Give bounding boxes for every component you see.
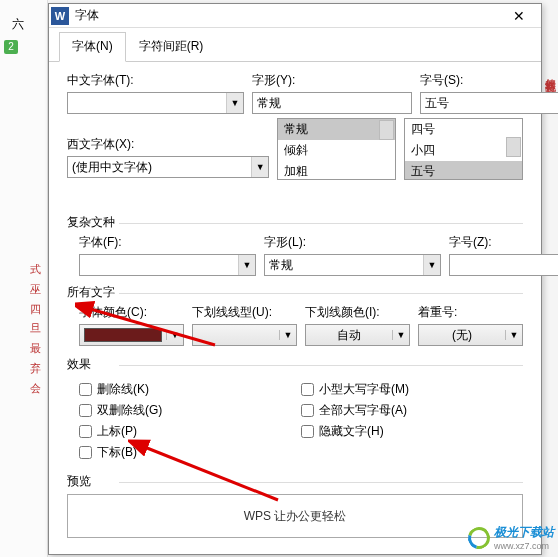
logo-ring-icon xyxy=(464,522,494,552)
superscript-label: 上标(P) xyxy=(97,423,137,440)
double-strike-checkbox[interactable]: 双删除线(G) xyxy=(79,402,301,419)
smallcaps-label: 小型大写字母(M) xyxy=(319,381,409,398)
emphasis-value: (无) xyxy=(419,327,505,344)
preview-box: WPS 让办公更轻松 xyxy=(67,494,523,538)
subscript-label: 下标(B) xyxy=(97,444,137,461)
chevron-down-icon[interactable]: ▼ xyxy=(238,255,255,275)
complex-style-label: 字形(L): xyxy=(264,234,441,251)
west-font-label: 西文字体(X): xyxy=(67,136,269,153)
tab-font[interactable]: 字体(N) xyxy=(59,32,126,62)
list-item[interactable]: 小四 xyxy=(405,140,522,161)
complex-style-combo[interactable]: ▼ xyxy=(264,254,441,276)
complex-size-input[interactable] xyxy=(450,255,558,275)
chevron-down-icon[interactable]: ▼ xyxy=(279,330,296,340)
titlebar[interactable]: W 字体 ✕ xyxy=(49,4,541,28)
complex-style-input[interactable] xyxy=(265,255,423,275)
size-listbox[interactable]: 四号 小四 五号 xyxy=(404,118,523,180)
allcaps-checkbox[interactable]: 全部大写字母(A) xyxy=(301,402,523,419)
effects-header: 效果 xyxy=(67,356,523,373)
bg-left-text: 式巫 四旦最弃 会 xyxy=(30,260,44,399)
bg-six: 六 xyxy=(12,16,24,33)
underline-color-combo[interactable]: 自动 ▼ xyxy=(305,324,410,346)
hidden-label: 隐藏文字(H) xyxy=(319,423,384,440)
chevron-down-icon[interactable]: ▼ xyxy=(423,255,440,275)
tab-spacing[interactable]: 字符间距(R) xyxy=(126,32,217,61)
chevron-down-icon[interactable]: ▼ xyxy=(251,157,268,177)
complex-size-label: 字号(Z): xyxy=(449,234,558,251)
chevron-down-icon[interactable]: ▼ xyxy=(226,93,243,113)
emphasis-label: 着重号: xyxy=(418,304,523,321)
watermark-logo: 极光下载站 www.xz7.com xyxy=(468,524,554,551)
cn-font-combo[interactable]: ▼ xyxy=(67,92,244,114)
allcaps-label: 全部大写字母(A) xyxy=(319,402,407,419)
preview-sample: WPS 让办公更轻松 xyxy=(244,508,347,525)
list-item[interactable]: 五号 xyxy=(405,161,522,180)
scrollbar-thumb[interactable] xyxy=(506,137,521,157)
complex-font-input[interactable] xyxy=(80,255,238,275)
tab-bar: 字体(N) 字符间距(R) xyxy=(49,28,541,62)
alltext-header: 所有文字 xyxy=(67,284,523,301)
color-swatch xyxy=(84,328,162,342)
west-font-combo[interactable]: (使用中文字体) ▼ xyxy=(67,156,269,178)
hidden-checkbox[interactable]: 隐藏文字(H) xyxy=(301,423,523,440)
double-strike-label: 双删除线(G) xyxy=(97,402,162,419)
strike-checkbox[interactable]: 删除线(K) xyxy=(79,381,301,398)
style-listbox[interactable]: 常规 倾斜 加粗 xyxy=(277,118,396,180)
dialog-content: 中文字体(T): ▼ 字形(Y): 字号(S): xyxy=(49,62,541,548)
logo-url: www.xz7.com xyxy=(494,541,554,551)
smallcaps-checkbox[interactable]: 小型大写字母(M) xyxy=(301,381,523,398)
complex-size-combo[interactable]: ▼ xyxy=(449,254,558,276)
underline-color-value: 自动 xyxy=(306,327,392,344)
chevron-down-icon[interactable]: ▼ xyxy=(392,330,409,340)
chevron-down-icon[interactable]: ▼ xyxy=(505,330,522,340)
style-input[interactable] xyxy=(253,93,411,113)
list-item[interactable]: 倾斜 xyxy=(278,140,395,161)
size-input[interactable] xyxy=(421,93,558,113)
font-dialog: W 字体 ✕ 字体(N) 字符间距(R) 中文字体(T): ▼ 字形(Y): xyxy=(48,3,542,555)
size-combo[interactable] xyxy=(420,92,558,114)
window-title: 字体 xyxy=(75,7,499,24)
style-label: 字形(Y): xyxy=(252,72,412,89)
strike-label: 删除线(K) xyxy=(97,381,149,398)
style-combo[interactable] xyxy=(252,92,412,114)
font-color-label: 字体颜色(C): xyxy=(79,304,184,321)
scrollbar-thumb[interactable] xyxy=(379,120,394,140)
complex-font-combo[interactable]: ▼ xyxy=(79,254,256,276)
list-item[interactable]: 四号 xyxy=(405,119,522,140)
list-item[interactable]: 加粗 xyxy=(278,161,395,180)
preview-header: 预览 xyxy=(67,473,523,490)
superscript-checkbox[interactable]: 上标(P) xyxy=(79,423,301,440)
logo-text: 极光下载站 xyxy=(494,524,554,541)
chevron-down-icon[interactable]: ▼ xyxy=(166,330,183,340)
underline-color-label: 下划线颜色(I): xyxy=(305,304,410,321)
list-item[interactable]: 常规 xyxy=(278,119,395,140)
subscript-checkbox[interactable]: 下标(B) xyxy=(79,444,301,461)
underline-style-label: 下划线线型(U): xyxy=(192,304,297,321)
cn-font-input[interactable] xyxy=(68,93,226,113)
emphasis-combo[interactable]: (无) ▼ xyxy=(418,324,523,346)
close-button[interactable]: ✕ xyxy=(499,5,539,27)
font-color-combo[interactable]: ▼ xyxy=(79,324,184,346)
complex-font-label: 字体(F): xyxy=(79,234,256,251)
app-icon: W xyxy=(51,7,69,25)
line-marker: 2 xyxy=(4,40,18,54)
underline-style-combo[interactable]: ▼ xyxy=(192,324,297,346)
west-font-value: (使用中文字体) xyxy=(68,157,251,177)
cn-font-label: 中文字体(T): xyxy=(67,72,244,89)
complex-header: 复杂文种 xyxy=(67,214,523,231)
size-label: 字号(S): xyxy=(420,72,558,89)
